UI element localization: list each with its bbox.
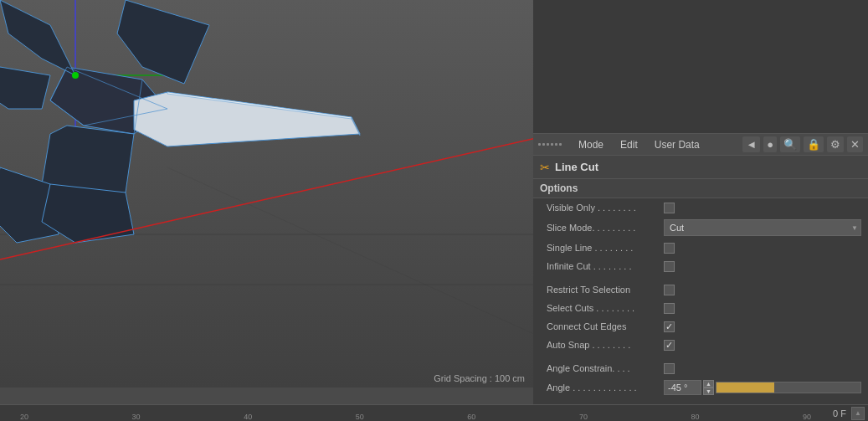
connect-cut-edges-label: Connect Cut Edges (547, 321, 664, 331)
menu-mode[interactable]: Mode (575, 137, 607, 152)
slice-mode-select[interactable]: Cut Slice Split (664, 219, 861, 236)
settings-icon[interactable]: ⚙ (827, 136, 844, 152)
option-restrict-selection: Restrict To Selection (533, 280, 868, 299)
ruler-scroll[interactable]: ▲ (851, 407, 865, 420)
ruler-content: 20 30 40 50 60 70 80 90 (3, 405, 828, 421)
close-icon[interactable]: ✕ (847, 136, 863, 152)
option-infinite-cut: Infinite Cut . . . . . . . . (533, 257, 868, 275)
menu-bar: Mode Edit User Data ◄ ● 🔍 🔒 ⚙ ✕ (533, 134, 868, 156)
angle-input[interactable] (664, 380, 701, 395)
angle-spin-up[interactable]: ▲ (703, 380, 714, 388)
restrict-selection-control (664, 285, 861, 295)
menu-dots (538, 143, 562, 146)
connect-cut-edges-checkmark: ✓ (665, 321, 673, 332)
back-icon[interactable]: ◄ (742, 136, 760, 152)
visible-only-label: Visible Only . . . . . . . . (547, 203, 664, 213)
tool-name: Line Cut (555, 161, 598, 173)
slice-mode-select-wrapper: Cut Slice Split (664, 219, 861, 236)
auto-snap-label: Auto Snap . . . . . . . . (547, 340, 664, 350)
tool-header: ✂ Line Cut (533, 156, 868, 179)
forward-icon[interactable]: ● (763, 136, 777, 152)
option-connect-cut-edges: Connect Cut Edges ✓ (533, 317, 868, 336)
3d-scene (0, 0, 533, 388)
option-auto-snap: Auto Snap . . . . . . . . ✓ (533, 336, 868, 354)
right-panel: Mode Edit User Data ◄ ● 🔍 🔒 ⚙ ✕ ✂ Line C… (533, 0, 868, 404)
angle-constrain-checkbox[interactable] (664, 363, 675, 374)
angle-slider[interactable] (716, 382, 861, 393)
auto-snap-checkbox[interactable]: ✓ (664, 340, 675, 351)
infinite-cut-checkbox[interactable] (664, 261, 675, 272)
options-panel: Options Visible Only . . . . . . . . Sli… (533, 179, 868, 404)
angle-constrain-label: Angle Constrain. . . . (547, 363, 664, 373)
viewport[interactable]: Grid Spacing : 100 cm (0, 0, 533, 404)
angle-input-group: ▲ ▼ (664, 380, 861, 395)
ruler-mark-70: 70 (579, 413, 588, 421)
restrict-selection-label: Restrict To Selection (547, 285, 664, 295)
menu-user-data[interactable]: User Data (651, 137, 703, 152)
ruler-mark-80: 80 (691, 413, 699, 421)
visible-only-checkbox[interactable] (664, 203, 675, 213)
auto-snap-control: ✓ (664, 340, 861, 351)
single-line-label: Single Line . . . . . . . . (547, 243, 664, 253)
option-single-line: Single Line . . . . . . . . (533, 239, 868, 257)
select-cuts-control (664, 303, 861, 314)
connect-cut-edges-checkbox[interactable]: ✓ (664, 321, 675, 332)
infinite-cut-control (664, 261, 861, 272)
ruler-mark-90: 90 (803, 413, 811, 421)
angle-constrain-control (664, 363, 861, 374)
angle-slider-fill (716, 382, 774, 393)
right-top-preview (533, 0, 868, 134)
grid-spacing-label: Grid Spacing : 100 cm (434, 373, 525, 383)
option-select-cuts: Select Cuts . . . . . . . . (533, 299, 868, 317)
ruler-mark-60: 60 (467, 413, 475, 421)
icon-strip: ◄ ● 🔍 🔒 ⚙ ✕ (742, 136, 863, 152)
ruler-mark-40: 40 (244, 413, 252, 421)
option-angle-constrain: Angle Constrain. . . . (533, 359, 868, 377)
angle-label: Angle . . . . . . . . . . . . . (547, 382, 664, 393)
option-slice-mode: Slice Mode. . . . . . . . . Cut Slice Sp… (533, 217, 868, 239)
angle-control: ▲ ▼ (664, 380, 861, 395)
select-cuts-label: Select Cuts . . . . . . . . (547, 303, 664, 313)
slice-mode-label: Slice Mode. . . . . . . . . (547, 223, 664, 233)
angle-spinner: ▲ ▼ (703, 380, 714, 395)
angle-spin-down[interactable]: ▼ (703, 388, 714, 395)
viewport-3d (0, 0, 533, 388)
frame-indicator: 0 F (828, 408, 851, 418)
single-line-control (664, 243, 861, 254)
search-icon[interactable]: 🔍 (780, 136, 800, 152)
bottom-ruler: 20 30 40 50 60 70 80 90 0 F ▲ (0, 404, 868, 421)
ruler-marks: 20 30 40 50 60 70 80 90 (3, 413, 828, 421)
connect-cut-edges-control: ✓ (664, 321, 861, 332)
slice-mode-control: Cut Slice Split (664, 219, 861, 236)
infinite-cut-label: Infinite Cut . . . . . . . . (547, 261, 664, 271)
restrict-selection-checkbox[interactable] (664, 285, 675, 295)
svg-point-17 (72, 72, 79, 79)
single-line-checkbox[interactable] (664, 243, 675, 254)
option-angle: Angle . . . . . . . . . . . . . ▲ ▼ (533, 377, 868, 398)
ruler-mark-20: 20 (20, 413, 28, 421)
tool-icon: ✂ (540, 161, 550, 174)
auto-snap-checkmark: ✓ (665, 340, 673, 351)
lock-icon[interactable]: 🔒 (804, 136, 824, 152)
options-header: Options (533, 179, 868, 198)
option-visible-only: Visible Only . . . . . . . . (533, 198, 868, 217)
menu-edit[interactable]: Edit (617, 137, 641, 152)
visible-only-control (664, 203, 861, 213)
ruler-mark-50: 50 (356, 413, 364, 421)
main-area: Grid Spacing : 100 cm Mode Edit User Dat… (0, 0, 868, 404)
select-cuts-checkbox[interactable] (664, 303, 675, 314)
ruler-mark-30: 30 (132, 413, 141, 421)
